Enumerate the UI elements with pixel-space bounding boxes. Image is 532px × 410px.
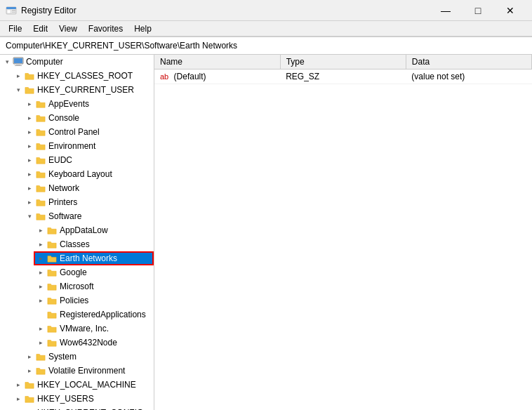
tree-row-hkey-current-config[interactable]: HKEY_CURRENT_CONFIG bbox=[11, 406, 154, 410]
expander-microsoft[interactable] bbox=[35, 281, 46, 292]
expander-software[interactable] bbox=[24, 211, 35, 222]
folder-icon-appevents bbox=[35, 98, 46, 110]
expander-hkey-classes-root[interactable] bbox=[13, 70, 24, 81]
label-console: Console bbox=[48, 111, 79, 125]
folder-icon-registered-applications bbox=[46, 309, 58, 320]
label-hkey-users: HKEY_USERS bbox=[37, 392, 94, 406]
folder-icon-control-panel bbox=[35, 126, 46, 138]
maximize-button[interactable]: □ bbox=[462, 0, 494, 21]
tree-node-appevents: AppEvents bbox=[22, 97, 154, 111]
label-wow6432node: Wow6432Node bbox=[60, 336, 117, 350]
tree-node-hkey-current-user: HKEY_CURRENT_USER AppEvents bbox=[11, 83, 154, 378]
label-keyboard-layout: Keyboard Layout bbox=[48, 167, 112, 181]
cell-type-default: REG_SZ bbox=[280, 70, 406, 84]
expander-volatile-environment[interactable] bbox=[24, 365, 35, 376]
tree-row-registered-applications[interactable]: RegisteredApplications bbox=[34, 308, 154, 322]
tree-node-volatile-environment: Volatile Environment bbox=[22, 364, 154, 378]
expander-control-panel[interactable] bbox=[24, 126, 35, 138]
tree-row-appevents[interactable]: AppEvents bbox=[22, 97, 154, 111]
label-appdatalow: AppDataLow bbox=[60, 223, 108, 237]
tree-node-microsoft: Microsoft bbox=[34, 279, 154, 293]
tree-row-eudc[interactable]: EUDC bbox=[22, 153, 154, 167]
label-microsoft: Microsoft bbox=[60, 279, 94, 293]
label-google: Google bbox=[60, 265, 87, 279]
folder-icon-appdatalow bbox=[46, 225, 58, 236]
folder-icon-hkey-users bbox=[24, 393, 35, 404]
svg-rect-8 bbox=[15, 65, 22, 66]
expander-computer[interactable] bbox=[1, 56, 13, 67]
expander-appevents[interactable] bbox=[24, 98, 35, 110]
tree-row-hkey-current-user[interactable]: HKEY_CURRENT_USER bbox=[11, 83, 154, 97]
title-bar-controls[interactable]: — □ ✕ bbox=[430, 0, 526, 21]
label-classes: Classes bbox=[60, 237, 90, 251]
tree-row-wow6432node[interactable]: Wow6432Node bbox=[34, 336, 154, 350]
expander-hkey-local-machine[interactable] bbox=[13, 379, 24, 390]
label-eudc: EUDC bbox=[48, 153, 72, 167]
tree-row-microsoft[interactable]: Microsoft bbox=[34, 279, 154, 293]
details-row-default[interactable]: ab (Default) REG_SZ (value not set) bbox=[154, 70, 532, 84]
folder-icon-console bbox=[35, 112, 46, 124]
tree-node-printers: Printers bbox=[22, 195, 154, 209]
expander-appdatalow[interactable] bbox=[35, 225, 46, 236]
menu-bar: FileEditViewFavoritesHelp bbox=[0, 21, 532, 37]
tree-row-system[interactable]: System bbox=[22, 350, 154, 364]
tree-row-google[interactable]: Google bbox=[34, 265, 154, 279]
expander-hkey-users[interactable] bbox=[13, 393, 24, 404]
expander-hkey-current-user[interactable] bbox=[13, 84, 24, 95]
menu-item-edit[interactable]: Edit bbox=[27, 22, 53, 35]
tree-row-classes[interactable]: Classes bbox=[34, 237, 154, 251]
label-vmware: VMware, Inc. bbox=[60, 322, 109, 336]
expander-network[interactable] bbox=[24, 183, 35, 194]
close-button[interactable]: ✕ bbox=[494, 0, 526, 21]
tree-row-vmware[interactable]: VMware, Inc. bbox=[34, 322, 154, 336]
expander-classes[interactable] bbox=[35, 239, 46, 250]
tree-row-printers[interactable]: Printers bbox=[22, 195, 154, 209]
tree-row-hkey-users[interactable]: HKEY_USERS bbox=[11, 392, 154, 406]
expander-console[interactable] bbox=[24, 112, 35, 124]
details-panel: Name Type Data ab (Default) REG_SZ (valu… bbox=[154, 55, 532, 410]
label-hkey-current-user: HKEY_CURRENT_USER bbox=[37, 83, 134, 97]
expander-vmware[interactable] bbox=[35, 323, 46, 334]
expander-policies[interactable] bbox=[35, 295, 46, 306]
expander-earth-networks[interactable] bbox=[35, 253, 46, 264]
menu-item-favorites[interactable]: Favorites bbox=[83, 22, 128, 35]
label-computer: Computer bbox=[26, 55, 63, 69]
tree-row-console[interactable]: Console bbox=[22, 111, 154, 125]
tree-row-policies[interactable]: Policies bbox=[34, 293, 154, 308]
label-network: Network bbox=[48, 181, 79, 195]
tree-row-hkey-classes-root[interactable]: HKEY_CLASSES_ROOT bbox=[11, 69, 154, 83]
expander-hkey-current-config[interactable] bbox=[13, 407, 24, 410]
folder-icon-earth-networks bbox=[46, 253, 58, 264]
expander-printers[interactable] bbox=[24, 197, 35, 208]
tree-node-network: Network bbox=[22, 181, 154, 195]
expander-eudc[interactable] bbox=[24, 154, 35, 166]
tree-row-keyboard-layout[interactable]: Keyboard Layout bbox=[22, 167, 154, 181]
tree-row-volatile-environment[interactable]: Volatile Environment bbox=[22, 364, 154, 378]
tree-row-hkey-local-machine[interactable]: HKEY_LOCAL_MACHINE bbox=[11, 378, 154, 392]
menu-item-help[interactable]: Help bbox=[128, 22, 157, 35]
menu-item-file[interactable]: File bbox=[3, 22, 27, 35]
folder-icon-network bbox=[35, 183, 46, 194]
expander-keyboard-layout[interactable] bbox=[24, 168, 35, 180]
tree-row-computer[interactable]: Computer bbox=[0, 55, 154, 69]
minimize-button[interactable]: — bbox=[430, 0, 462, 21]
tree-node-hkey-local-machine: HKEY_LOCAL_MACHINE bbox=[11, 378, 154, 392]
folder-icon-printers bbox=[35, 197, 46, 208]
expander-environment[interactable] bbox=[24, 140, 35, 152]
tree-row-software[interactable]: Software bbox=[22, 209, 154, 223]
svg-rect-6 bbox=[14, 58, 22, 63]
label-software: Software bbox=[48, 209, 81, 223]
label-registered-applications: RegisteredApplications bbox=[60, 308, 146, 322]
menu-item-view[interactable]: View bbox=[53, 22, 83, 35]
expander-system[interactable] bbox=[24, 351, 35, 362]
expander-wow6432node[interactable] bbox=[35, 337, 46, 348]
tree-row-network[interactable]: Network bbox=[22, 181, 154, 195]
tree-row-control-panel[interactable]: Control Panel bbox=[22, 125, 154, 139]
tree-row-earth-networks[interactable]: Earth Networks bbox=[34, 251, 154, 265]
tree-node-environment: Environment bbox=[22, 139, 154, 153]
label-appevents: AppEvents bbox=[48, 97, 89, 111]
expander-google[interactable] bbox=[35, 267, 46, 278]
tree-row-environment[interactable]: Environment bbox=[22, 139, 154, 153]
tree-row-appdatalow[interactable]: AppDataLow bbox=[34, 223, 154, 237]
tree-panel[interactable]: Computer HKEY_CLASSES_ROOT bbox=[0, 55, 154, 410]
